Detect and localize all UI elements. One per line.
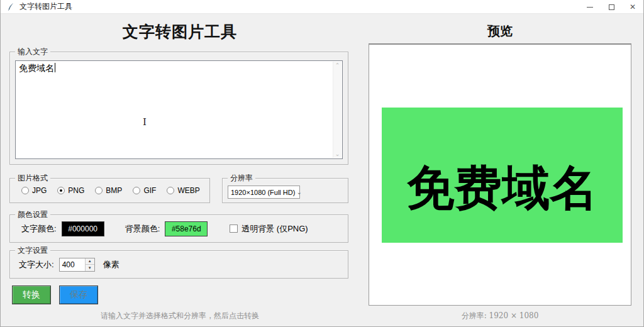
- text-input-value: 免费域名: [19, 63, 54, 73]
- text-color-button[interactable]: #000000: [62, 221, 104, 236]
- minimize-icon: [587, 7, 593, 8]
- transparent-bg-label: 透明背景 (仅PNG): [242, 223, 308, 235]
- radio-bmp-icon: [95, 187, 103, 194]
- radio-png[interactable]: PNG: [57, 186, 84, 195]
- preview-canvas: 免费域名: [369, 43, 631, 306]
- status-message: 请输入文字并选择格式和分辨率，然后点击转换: [1, 311, 359, 321]
- scroll-up-icon[interactable]: ⌃: [335, 62, 340, 69]
- radio-jpg[interactable]: JPG: [21, 186, 47, 195]
- spin-down-icon[interactable]: ▼: [86, 265, 94, 271]
- resolution-frame-label: 分辨率: [228, 174, 255, 182]
- radio-jpg-label: JPG: [32, 186, 47, 195]
- radio-webp-label: WEBP: [177, 186, 199, 195]
- textarea-scrollbar[interactable]: ⌃ ⌄: [333, 62, 341, 158]
- maximize-icon: [609, 4, 614, 10]
- maximize-button[interactable]: [601, 0, 622, 14]
- chevron-down-icon: ⌄: [296, 189, 301, 196]
- radio-webp-icon: [167, 187, 174, 194]
- preview-rendered-text: 免费域名: [407, 164, 598, 212]
- python-feather-icon: [6, 3, 15, 11]
- text-color-label: 文字颜色:: [21, 223, 57, 235]
- radio-webp[interactable]: WEBP: [167, 186, 199, 195]
- resolution-frame: 分辨率 1920×1080 (Full HD) ⌄: [222, 178, 348, 203]
- font-size-stepper[interactable]: 400 ▲ ▼: [59, 258, 95, 272]
- input-text-frame-label: 输入文字: [15, 47, 50, 56]
- text-caret: [55, 63, 55, 72]
- pixels-unit-label: 像素: [103, 259, 119, 270]
- bg-color-button[interactable]: #58e76d: [165, 221, 208, 236]
- preview-title: 预览: [369, 23, 631, 40]
- radio-png-label: PNG: [68, 186, 84, 195]
- page-title: 文字转图片工具: [1, 21, 359, 42]
- minimize-button[interactable]: [579, 0, 601, 14]
- radio-gif-icon: [133, 187, 140, 194]
- close-icon: ✕: [630, 3, 636, 11]
- save-button[interactable]: 保存: [59, 285, 98, 304]
- convert-button[interactable]: 转换: [12, 285, 51, 304]
- radio-png-icon: [57, 187, 65, 194]
- radio-jpg-icon: [21, 187, 29, 194]
- color-settings-frame: 颜色设置 文字颜色: #000000 背景颜色: #58e76d 透明背景 (仅…: [9, 214, 348, 243]
- radio-gif-label: GIF: [143, 186, 156, 195]
- input-text-frame: 输入文字 免费域名 ⌃ ⌄: [9, 52, 348, 165]
- transparent-bg-checkbox[interactable]: [230, 224, 238, 233]
- bg-color-label: 背景颜色:: [125, 223, 160, 235]
- radio-bmp[interactable]: BMP: [95, 186, 122, 195]
- resolution-select[interactable]: 1920×1080 (Full HD) ⌄: [228, 186, 300, 199]
- text-settings-frame: 文字设置 文字大小: 400 ▲ ▼ 像素: [9, 250, 348, 279]
- text-input[interactable]: 免费域名 ⌃ ⌄: [15, 60, 343, 159]
- radio-bmp-label: BMP: [106, 186, 122, 195]
- preview-resolution-label: 分辨率: 1920 × 1080: [369, 311, 631, 321]
- image-format-frame: 图片格式 JPG PNG BMP GIF WEBP: [9, 178, 210, 203]
- spin-up-icon[interactable]: ▲: [86, 258, 94, 265]
- font-size-value: 400: [60, 258, 85, 271]
- radio-gif[interactable]: GIF: [133, 186, 156, 195]
- font-size-label: 文字大小:: [19, 259, 54, 270]
- preview-image: 免费域名: [382, 108, 623, 243]
- close-button[interactable]: ✕: [622, 0, 643, 14]
- titlebar: 文字转图片工具 ✕: [1, 0, 643, 14]
- resolution-selected-value: 1920×1080 (Full HD): [231, 189, 295, 196]
- window-title: 文字转图片工具: [19, 1, 72, 12]
- scroll-down-icon[interactable]: ⌄: [335, 150, 340, 158]
- app-window: 文字转图片工具 ✕ 文字转图片工具 输入文字 免费域名 ⌃ ⌄ 图片格式 JPG: [0, 0, 644, 327]
